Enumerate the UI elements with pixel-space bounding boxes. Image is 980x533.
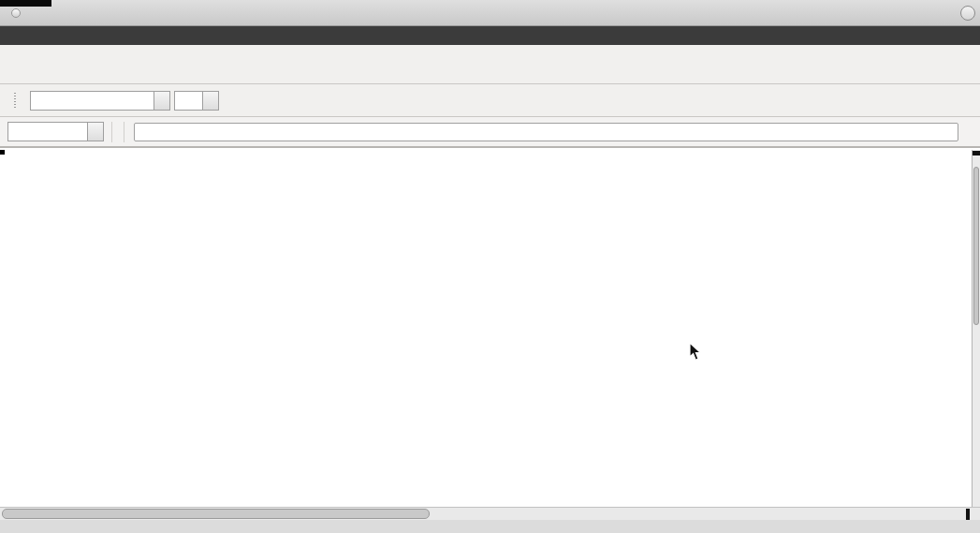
formula-bar <box>0 117 980 148</box>
font-name-combo[interactable] <box>30 91 170 111</box>
spreadsheet-grid <box>0 150 972 507</box>
title-bar <box>0 0 980 26</box>
formula-input[interactable] <box>134 123 958 141</box>
window-menu-button[interactable] <box>11 8 21 18</box>
vertical-scrollbar[interactable] <box>972 150 980 507</box>
horizontal-scrollbar[interactable] <box>0 507 980 520</box>
vertical-scrollbar-thumb[interactable] <box>973 167 979 325</box>
formatting-toolbar <box>0 84 980 117</box>
format-toolbar-grip[interactable] <box>4 88 27 113</box>
toolbar-separator <box>124 122 124 142</box>
vertical-split-handle[interactable] <box>973 151 980 155</box>
fill-handle[interactable] <box>0 150 5 155</box>
menu-bar <box>0 26 980 45</box>
window-shade-button[interactable] <box>960 6 975 21</box>
standard-toolbar <box>0 45 980 84</box>
grip-icon <box>12 90 19 111</box>
font-size-combo[interactable] <box>174 91 219 111</box>
horizontal-scrollbar-thumb[interactable] <box>2 509 430 519</box>
formula-bar-expand[interactable] <box>960 123 974 141</box>
name-box-dropdown[interactable] <box>87 123 103 141</box>
name-box[interactable] <box>7 122 104 141</box>
sheet-tab-bar <box>0 520 980 533</box>
font-size-dropdown[interactable] <box>202 92 218 110</box>
horizontal-split-handle[interactable] <box>966 509 970 520</box>
corner-artifact <box>0 0 51 7</box>
toolbar-separator <box>111 122 112 142</box>
font-name-dropdown[interactable] <box>154 92 169 110</box>
